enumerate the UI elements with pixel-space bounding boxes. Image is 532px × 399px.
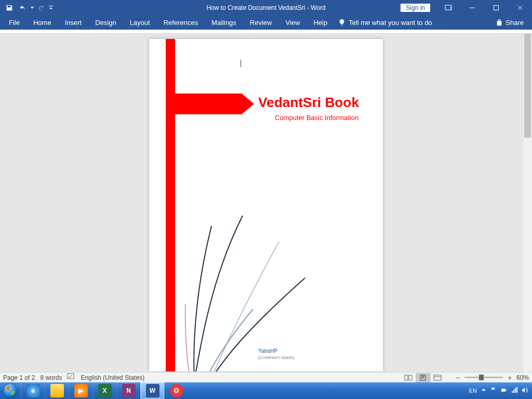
status-language[interactable]: English (United States)	[81, 374, 144, 381]
tray-flag-icon[interactable]	[490, 387, 497, 394]
window-title: How to Create Document VedantSri - Word	[206, 4, 325, 11]
document-title[interactable]: VedantSri Book	[258, 95, 359, 110]
taskbar-ie[interactable]: e	[21, 382, 45, 399]
taskbar-apps: e ▶ X N W O	[21, 382, 188, 399]
tray-chevron-icon[interactable]	[481, 388, 486, 394]
windows-logo-icon	[4, 384, 17, 397]
tray-volume-icon[interactable]	[522, 387, 528, 394]
tell-me-search[interactable]: Tell me what you want to do	[338, 19, 432, 26]
print-layout-button[interactable]	[416, 373, 430, 382]
ribbon-display-options-button[interactable]	[436, 0, 460, 15]
tray-language[interactable]: EN	[469, 388, 477, 394]
status-words[interactable]: 8 words	[40, 374, 62, 381]
ribbon-tabs: File Home Insert Design Layout Reference…	[0, 15, 532, 30]
svg-rect-6	[506, 390, 507, 391]
window-controls: Sign in	[401, 0, 532, 15]
page[interactable]: VedantSri Book Computer Basic Informatio…	[149, 39, 383, 371]
tab-help[interactable]: Help	[307, 15, 334, 30]
view-buttons	[401, 373, 445, 382]
svg-rect-1	[494, 5, 499, 10]
ie-icon: e	[26, 384, 40, 397]
taskbar-excel[interactable]: X	[92, 382, 116, 399]
taskbar-media[interactable]: ▶	[69, 382, 92, 399]
read-mode-button[interactable]	[401, 373, 416, 382]
vertical-scrollbar[interactable]	[523, 34, 532, 372]
maximize-button[interactable]	[484, 0, 508, 15]
undo-button[interactable]	[17, 2, 29, 14]
tab-file[interactable]: File	[2, 15, 26, 30]
ribbon-collapsed-edge	[0, 30, 532, 34]
undo-dropdown[interactable]	[30, 7, 34, 9]
excel-icon: X	[98, 384, 112, 397]
tab-home[interactable]: Home	[26, 15, 58, 30]
word-icon: W	[146, 384, 159, 397]
start-button[interactable]	[0, 382, 21, 399]
zoom-out-button[interactable]: −	[454, 374, 461, 381]
tray-network-icon[interactable]	[511, 387, 517, 394]
tab-review[interactable]: Review	[243, 15, 279, 30]
scrollbar-thumb[interactable]	[524, 34, 531, 138]
document-subtitle[interactable]: Computer Basic Information	[275, 114, 358, 122]
taskbar-opera[interactable]: O	[164, 382, 188, 399]
tab-insert[interactable]: Insert	[58, 15, 89, 30]
zoom-slider[interactable]	[464, 377, 503, 378]
sign-in-button[interactable]: Sign in	[401, 4, 430, 12]
taskbar-explorer[interactable]	[45, 382, 69, 399]
text-cursor	[241, 60, 241, 67]
share-button[interactable]: Share	[496, 19, 530, 26]
share-label: Share	[506, 19, 524, 26]
svg-rect-5	[501, 389, 506, 392]
cover-grass-graphic	[170, 184, 326, 371]
tray-power-icon[interactable]	[501, 387, 507, 394]
save-button[interactable]	[3, 2, 16, 14]
svg-rect-4	[434, 375, 441, 380]
taskbar-onenote[interactable]: N	[116, 382, 140, 399]
tab-design[interactable]: Design	[88, 15, 123, 30]
tab-mailings[interactable]: Mailings	[205, 15, 243, 30]
taskbar-word[interactable]: W	[140, 382, 164, 399]
tell-me-label: Tell me what you want to do	[349, 19, 432, 26]
minimize-button[interactable]	[460, 0, 484, 15]
title-bar: How to Create Document VedantSri - Word …	[0, 0, 532, 15]
qat-customize[interactable]	[49, 6, 53, 10]
onenote-icon: N	[122, 384, 136, 397]
document-author[interactable]: YatraHP	[258, 348, 277, 354]
opera-icon: O	[170, 384, 183, 397]
quick-access-toolbar	[0, 2, 53, 14]
web-layout-button[interactable]	[430, 373, 445, 382]
share-icon	[496, 19, 503, 26]
folder-icon	[50, 384, 64, 397]
status-bar: Page 1 of 2 8 words English (United Stat…	[0, 372, 532, 382]
redo-button[interactable]	[35, 2, 48, 14]
tab-references[interactable]: References	[157, 15, 205, 30]
zoom-in-button[interactable]: +	[506, 374, 513, 381]
cover-red-arrow	[166, 94, 254, 114]
zoom-slider-knob[interactable]	[479, 375, 484, 380]
system-tray: EN	[469, 387, 532, 394]
document-canvas[interactable]: VedantSri Book Computer Basic Informatio…	[0, 34, 532, 372]
close-button[interactable]	[508, 0, 532, 15]
tab-view[interactable]: View	[278, 15, 307, 30]
taskbar: e ▶ X N W O EN	[0, 382, 532, 399]
tab-layout[interactable]: Layout	[123, 15, 157, 30]
spelling-icon[interactable]	[67, 373, 75, 382]
zoom-controls: − + 60%	[454, 374, 529, 381]
zoom-value[interactable]: 60%	[516, 374, 529, 381]
status-page[interactable]: Page 1 of 2	[3, 374, 35, 381]
lightbulb-icon	[338, 19, 345, 26]
media-icon: ▶	[74, 384, 88, 397]
cover-red-sidebar	[166, 39, 175, 371]
document-company[interactable]: [COMPANY NAME]	[258, 355, 295, 360]
